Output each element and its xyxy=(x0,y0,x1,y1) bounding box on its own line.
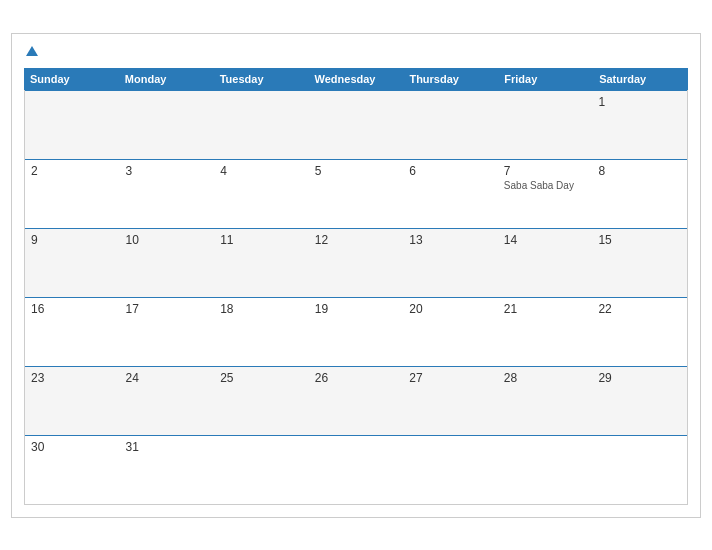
day-cell: 8 xyxy=(592,160,687,228)
day-number: 21 xyxy=(504,302,587,316)
day-cell: 2 xyxy=(25,160,120,228)
day-cell xyxy=(403,436,498,504)
day-cell: 31 xyxy=(120,436,215,504)
day-cell xyxy=(120,91,215,159)
logo-triangle-icon xyxy=(26,46,38,56)
day-cell: 27 xyxy=(403,367,498,435)
day-cell xyxy=(214,91,309,159)
day-cell: 6 xyxy=(403,160,498,228)
day-cell: 5 xyxy=(309,160,404,228)
day-cell xyxy=(25,91,120,159)
day-cell: 11 xyxy=(214,229,309,297)
day-number: 13 xyxy=(409,233,492,247)
day-header-wednesday: Wednesday xyxy=(309,68,404,90)
day-cell xyxy=(214,436,309,504)
day-cell: 28 xyxy=(498,367,593,435)
day-number: 11 xyxy=(220,233,303,247)
day-cell: 26 xyxy=(309,367,404,435)
day-cell: 19 xyxy=(309,298,404,366)
day-number: 2 xyxy=(31,164,114,178)
day-header-sunday: Sunday xyxy=(24,68,119,90)
calendar: SundayMondayTuesdayWednesdayThursdayFrid… xyxy=(11,33,701,518)
day-cell: 10 xyxy=(120,229,215,297)
day-cell xyxy=(403,91,498,159)
day-cell: 9 xyxy=(25,229,120,297)
logo-general-text xyxy=(24,44,38,60)
day-cell: 21 xyxy=(498,298,593,366)
day-number: 25 xyxy=(220,371,303,385)
logo xyxy=(24,44,38,60)
day-number: 26 xyxy=(315,371,398,385)
day-cell: 25 xyxy=(214,367,309,435)
day-event: Saba Saba Day xyxy=(504,180,587,191)
day-number: 22 xyxy=(598,302,681,316)
day-number: 10 xyxy=(126,233,209,247)
day-number: 3 xyxy=(126,164,209,178)
day-cell: 12 xyxy=(309,229,404,297)
day-header-saturday: Saturday xyxy=(593,68,688,90)
day-number: 9 xyxy=(31,233,114,247)
day-cell: 30 xyxy=(25,436,120,504)
day-cell: 23 xyxy=(25,367,120,435)
day-number: 30 xyxy=(31,440,114,454)
day-cell xyxy=(592,436,687,504)
day-number: 1 xyxy=(598,95,681,109)
day-header-tuesday: Tuesday xyxy=(214,68,309,90)
day-number: 15 xyxy=(598,233,681,247)
day-cell xyxy=(309,436,404,504)
day-cell: 14 xyxy=(498,229,593,297)
day-cell: 17 xyxy=(120,298,215,366)
day-cell: 3 xyxy=(120,160,215,228)
day-number: 29 xyxy=(598,371,681,385)
day-cell: 15 xyxy=(592,229,687,297)
day-header-monday: Monday xyxy=(119,68,214,90)
day-cell: 1 xyxy=(592,91,687,159)
calendar-grid: 1234567Saba Saba Day89101112131415161718… xyxy=(24,90,688,505)
day-number: 31 xyxy=(126,440,209,454)
day-number: 16 xyxy=(31,302,114,316)
calendar-header xyxy=(24,44,688,60)
day-number: 23 xyxy=(31,371,114,385)
day-number: 18 xyxy=(220,302,303,316)
day-number: 12 xyxy=(315,233,398,247)
day-number: 6 xyxy=(409,164,492,178)
days-header: SundayMondayTuesdayWednesdayThursdayFrid… xyxy=(24,68,688,90)
day-cell: 13 xyxy=(403,229,498,297)
day-number: 8 xyxy=(598,164,681,178)
day-cell: 24 xyxy=(120,367,215,435)
day-cell xyxy=(309,91,404,159)
day-cell: 20 xyxy=(403,298,498,366)
day-number: 4 xyxy=(220,164,303,178)
day-number: 28 xyxy=(504,371,587,385)
day-header-friday: Friday xyxy=(498,68,593,90)
day-cell: 7Saba Saba Day xyxy=(498,160,593,228)
day-number: 17 xyxy=(126,302,209,316)
day-cell: 4 xyxy=(214,160,309,228)
day-number: 24 xyxy=(126,371,209,385)
day-cell: 29 xyxy=(592,367,687,435)
day-number: 19 xyxy=(315,302,398,316)
day-number: 20 xyxy=(409,302,492,316)
day-cell: 22 xyxy=(592,298,687,366)
day-header-thursday: Thursday xyxy=(403,68,498,90)
day-number: 14 xyxy=(504,233,587,247)
day-number: 5 xyxy=(315,164,398,178)
day-cell xyxy=(498,91,593,159)
day-cell: 18 xyxy=(214,298,309,366)
day-number: 27 xyxy=(409,371,492,385)
day-cell xyxy=(498,436,593,504)
day-number: 7 xyxy=(504,164,587,178)
day-cell: 16 xyxy=(25,298,120,366)
